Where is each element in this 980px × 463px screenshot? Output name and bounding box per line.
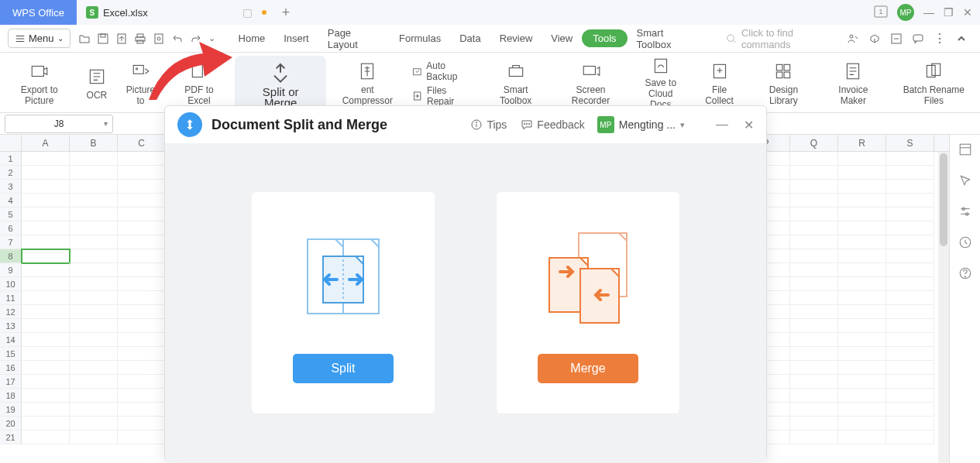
row-header[interactable]: 15 (0, 347, 22, 361)
cell[interactable] (22, 263, 70, 277)
cell[interactable] (118, 291, 166, 305)
cell[interactable] (790, 375, 838, 389)
cell[interactable] (70, 277, 118, 291)
window-count-icon[interactable]: 1 (874, 5, 888, 20)
open-icon[interactable] (78, 33, 91, 45)
cell[interactable] (838, 361, 886, 375)
cell[interactable] (886, 180, 934, 194)
cell[interactable] (790, 152, 838, 166)
cell[interactable] (838, 277, 886, 291)
tab-view[interactable]: View (542, 28, 582, 49)
cell[interactable] (790, 263, 838, 277)
name-box[interactable]: J8 ▾ (5, 115, 113, 133)
help-icon[interactable] (958, 266, 972, 283)
cell[interactable] (70, 263, 118, 277)
split-button[interactable]: Split (293, 354, 394, 383)
row-header[interactable]: 8 (0, 249, 22, 263)
cell[interactable] (838, 194, 886, 207)
col-header[interactable]: B (70, 135, 118, 151)
ribbon-batch-rename[interactable]: Batch Rename Files (888, 56, 980, 110)
cell[interactable] (118, 319, 166, 333)
cell[interactable] (70, 361, 118, 375)
cell[interactable] (886, 319, 934, 333)
menu-button[interactable]: Menu ⌄ (8, 29, 70, 48)
tab-insert[interactable]: Insert (274, 28, 318, 49)
cell[interactable] (886, 291, 934, 305)
cell[interactable] (790, 319, 838, 333)
row-header[interactable]: 18 (0, 389, 22, 403)
col-header[interactable]: C (118, 135, 166, 151)
user-avatar[interactable]: MP (897, 4, 914, 21)
select-all-corner[interactable] (0, 135, 22, 151)
tab-page-layout[interactable]: Page Layout (318, 22, 390, 55)
cell[interactable] (22, 417, 70, 430)
cell[interactable] (838, 347, 886, 361)
vertical-scrollbar[interactable] (938, 152, 949, 463)
cell[interactable] (838, 333, 886, 347)
ribbon-export-to-picture[interactable]: Export to Picture (0, 56, 79, 110)
col-header[interactable]: A (22, 135, 70, 151)
cell[interactable] (22, 430, 70, 444)
share-icon[interactable] (868, 33, 881, 45)
cell[interactable] (22, 291, 70, 305)
row-header[interactable]: 12 (0, 305, 22, 319)
ribbon-auto-backup[interactable]: Auto Backup (412, 60, 475, 82)
cell[interactable] (838, 319, 886, 333)
cursor-icon[interactable] (958, 173, 972, 190)
col-header[interactable]: R (838, 135, 886, 151)
command-search[interactable]: Click to find commands (726, 27, 844, 50)
cell[interactable] (70, 319, 118, 333)
ribbon-screen-recorder[interactable]: Screen Recorder (551, 56, 631, 110)
cell[interactable] (886, 277, 934, 291)
merge-button[interactable]: Merge (538, 354, 638, 383)
cell[interactable] (790, 333, 838, 347)
tab-smart-toolbox[interactable]: Smart Toolbox (628, 22, 707, 55)
wps-tab[interactable]: WPS Office (0, 0, 77, 25)
cell[interactable] (70, 249, 118, 263)
cell[interactable] (886, 263, 934, 277)
cell[interactable] (886, 417, 934, 430)
cell[interactable] (790, 194, 838, 207)
cell[interactable] (886, 152, 934, 166)
cell[interactable] (886, 430, 934, 444)
cell[interactable] (22, 180, 70, 194)
contacts-icon[interactable] (847, 33, 859, 45)
cell[interactable] (70, 166, 118, 180)
maximize-button[interactable]: ❐ (944, 6, 954, 19)
more-icon[interactable]: ⋮ (934, 31, 946, 46)
cell[interactable] (886, 235, 934, 249)
save-icon[interactable] (97, 33, 109, 45)
cell[interactable] (118, 305, 166, 319)
cell[interactable] (790, 291, 838, 305)
cell[interactable] (790, 305, 838, 319)
cell[interactable] (790, 361, 838, 375)
cell[interactable] (790, 417, 838, 430)
dialog-close-button[interactable]: ✕ (744, 118, 754, 132)
tab-home[interactable]: Home (229, 28, 275, 49)
collapse-ribbon-icon[interactable] (955, 33, 968, 45)
row-header[interactable]: 9 (0, 263, 22, 277)
cell[interactable] (118, 166, 166, 180)
col-header[interactable]: S (886, 135, 934, 151)
ribbon-file-collect[interactable]: File Collect (690, 56, 748, 110)
cell[interactable] (70, 403, 118, 417)
cell[interactable] (838, 263, 886, 277)
settings-slider-icon[interactable] (958, 204, 972, 221)
cell[interactable] (70, 194, 118, 207)
row-header[interactable]: 16 (0, 361, 22, 375)
row-header[interactable]: 1 (0, 152, 22, 166)
row-header[interactable]: 2 (0, 166, 22, 180)
row-header[interactable]: 21 (0, 430, 22, 444)
cell[interactable] (790, 249, 838, 263)
cell[interactable] (838, 430, 886, 444)
row-header[interactable]: 11 (0, 291, 22, 305)
row-header[interactable]: 10 (0, 277, 22, 291)
cell[interactable] (838, 389, 886, 403)
cell[interactable] (22, 375, 70, 389)
cell[interactable] (118, 249, 166, 263)
qat-dropdown-icon[interactable]: ⌄ (208, 33, 215, 43)
dialog-minimize-button[interactable]: — (716, 118, 728, 132)
scrollbar-thumb[interactable] (940, 153, 947, 246)
cell[interactable] (22, 333, 70, 347)
tab-review[interactable]: Review (490, 28, 542, 49)
